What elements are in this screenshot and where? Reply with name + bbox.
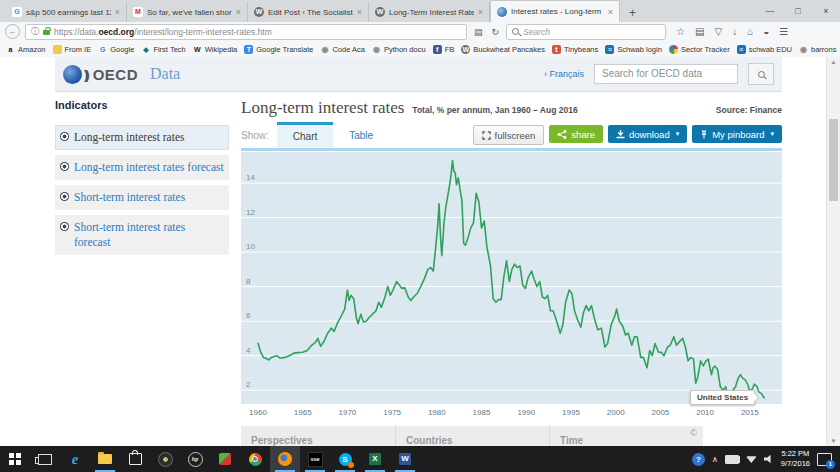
- store-icon: [129, 453, 142, 465]
- bookmark-item[interactable]: TGoogle Translate: [244, 45, 313, 54]
- forum-icon[interactable]: ◒: [758, 26, 774, 37]
- bookmark-label: Buckwheat Pancakes: [473, 45, 545, 54]
- bookmark-item[interactable]: ◉barrons: [799, 45, 836, 54]
- taskbar-chrome-button[interactable]: [240, 446, 270, 472]
- schwab-icon: ≡: [605, 45, 614, 54]
- taskbar-excel-button[interactable]: X: [360, 446, 390, 472]
- sidebar-item-selected[interactable]: Long-term interest rates: [55, 125, 229, 150]
- url-bar[interactable]: ⓘ https://data.oecd.org/interest/long-te…: [25, 24, 467, 40]
- gmail-favicon: M: [133, 7, 143, 17]
- bookmark-item[interactable]: ◉Python docu: [372, 45, 426, 54]
- bookmark-item[interactable]: fFB: [433, 45, 455, 54]
- bookmark-item[interactable]: ≡Schwab login: [605, 45, 662, 54]
- oecd-page: )) OECD Data › Français Search for OECD …: [0, 57, 840, 446]
- download-icon[interactable]: ↓: [727, 26, 742, 37]
- taskbar-file-explorer-button[interactable]: [90, 446, 120, 472]
- taskbar-sse-button[interactable]: sse: [300, 446, 330, 472]
- bookmark-item[interactable]: Sector Tracker: [669, 45, 730, 54]
- taskbar-word-button[interactable]: W: [390, 446, 420, 472]
- oecd-logo[interactable]: )) OECD Data: [63, 65, 180, 84]
- taskbar-edge-button[interactable]: e: [60, 446, 90, 472]
- reload-icon[interactable]: ↻: [490, 27, 502, 37]
- browser-tab[interactable]: Gs&p 500 earnings last 12 ...×: [6, 2, 127, 22]
- page-scrollbar[interactable]: ▲ ▼: [826, 57, 840, 446]
- taskbar-hp-button[interactable]: hp: [180, 446, 210, 472]
- svg-text:1970: 1970: [339, 408, 357, 417]
- wifi-icon[interactable]: [746, 455, 757, 463]
- taskbar-firefox-button[interactable]: [270, 446, 300, 472]
- sidebar-item[interactable]: Short-term interest rates forecast: [55, 215, 229, 255]
- site-search-input[interactable]: Search for OECD data: [594, 64, 738, 84]
- tab-chart[interactable]: Chart: [277, 122, 333, 148]
- browser-search-input[interactable]: Search: [506, 24, 666, 40]
- bookmark-label: First Tech: [153, 45, 185, 54]
- share-button[interactable]: share: [549, 125, 603, 143]
- battery-icon[interactable]: [725, 455, 739, 464]
- logo-arcs-icon: )): [84, 67, 87, 82]
- back-button[interactable]: ←: [5, 24, 20, 39]
- taskbar-camera-button[interactable]: [150, 446, 180, 472]
- download-button[interactable]: download ▾: [608, 125, 687, 143]
- bookmark-item[interactable]: WBuckwheat Pancakes: [461, 45, 545, 54]
- tab-close-icon[interactable]: ×: [115, 7, 120, 17]
- svg-text:1965: 1965: [294, 408, 312, 417]
- browser-tab[interactable]: WLong-Term Interest Rates ...×: [369, 2, 490, 22]
- restore-icon[interactable]: □: [784, 6, 812, 16]
- bookmark-item[interactable]: ◆First Tech: [141, 45, 185, 54]
- site-search-button[interactable]: [748, 63, 774, 85]
- taskbar-skype-button[interactable]: S: [330, 446, 360, 472]
- taskbar-store-button[interactable]: [120, 446, 150, 472]
- tab-close-icon[interactable]: ×: [357, 7, 362, 17]
- bookmark-item[interactable]: ◉Code Aca: [320, 45, 365, 54]
- svg-text:4: 4: [246, 346, 251, 355]
- notifications-icon[interactable]: 1: [817, 453, 832, 466]
- help-icon[interactable]: ?: [692, 453, 705, 466]
- home-icon[interactable]: ⌂: [742, 26, 758, 37]
- bookmark-item[interactable]: tTinybeans: [552, 45, 598, 54]
- scroll-up-icon[interactable]: ▲: [827, 59, 840, 65]
- skype-icon: S: [339, 453, 352, 466]
- amazon-icon: a: [6, 45, 15, 54]
- speaker-icon[interactable]: [764, 455, 774, 464]
- scroll-down-icon[interactable]: ▼: [827, 438, 840, 444]
- bookmark-item[interactable]: GGoogle: [98, 45, 134, 54]
- menu-icon[interactable]: ☰: [774, 26, 793, 37]
- pocket-icon[interactable]: ▽: [709, 26, 727, 37]
- svg-text:12: 12: [246, 208, 255, 217]
- browser-tab-active[interactable]: Interest rates - Long-term ...×: [490, 0, 620, 22]
- share-label: share: [571, 129, 595, 140]
- bookmarks-icon[interactable]: ▤: [690, 26, 709, 37]
- bookmark-item[interactable]: aAmazon: [6, 45, 46, 54]
- new-tab-button[interactable]: +: [620, 6, 645, 22]
- bookmark-item[interactable]: WWikipedia: [193, 45, 238, 54]
- source-link[interactable]: Source: Finance: [716, 105, 782, 115]
- bookmark-item[interactable]: From IE: [53, 45, 92, 54]
- pinboard-button[interactable]: My pinboard ▾: [692, 125, 782, 143]
- tab-close-icon[interactable]: ×: [478, 7, 483, 17]
- sidebar-item[interactable]: Short-term interest rates: [55, 185, 229, 210]
- star-icon[interactable]: ☆: [671, 26, 690, 37]
- reader-mode-icon[interactable]: ▤: [472, 27, 485, 37]
- tab-table[interactable]: Table: [333, 122, 389, 148]
- tab-close-icon[interactable]: ×: [236, 7, 241, 17]
- browser-tab[interactable]: MSo far, we've fallen short, J...×: [127, 2, 248, 22]
- info-icon[interactable]: ⓘ: [31, 26, 39, 37]
- interest-rate-line-chart[interactable]: 2468101214196019651970197519801985199019…: [241, 152, 782, 420]
- bookmark-item[interactable]: ≡schwab EDU: [737, 45, 792, 54]
- close-icon[interactable]: ×: [812, 6, 840, 16]
- copyright-icon[interactable]: ©: [690, 428, 697, 438]
- sidebar-item[interactable]: Long-term interest rates forecast: [55, 155, 229, 180]
- tray-expand-icon[interactable]: ∧: [712, 455, 718, 464]
- taskbar-start-button[interactable]: [0, 446, 30, 472]
- svg-text:10: 10: [246, 242, 255, 251]
- taskbar-clock[interactable]: 5:22 PM 9/7/2016: [781, 449, 810, 469]
- taskbar-task-view-button[interactable]: [30, 446, 60, 472]
- tab-close-icon[interactable]: ×: [608, 7, 613, 17]
- browser-tab[interactable]: WEdit Post ‹ The Socialist In...×: [248, 2, 369, 22]
- fullscreen-button[interactable]: fullscreen: [473, 125, 545, 145]
- caret-down-icon: ▾: [770, 130, 774, 138]
- scrollbar-thumb[interactable]: [829, 119, 838, 201]
- taskbar-game-button[interactable]: [210, 446, 240, 472]
- minimize-icon[interactable]: —: [756, 6, 784, 16]
- language-link[interactable]: › Français: [544, 69, 584, 79]
